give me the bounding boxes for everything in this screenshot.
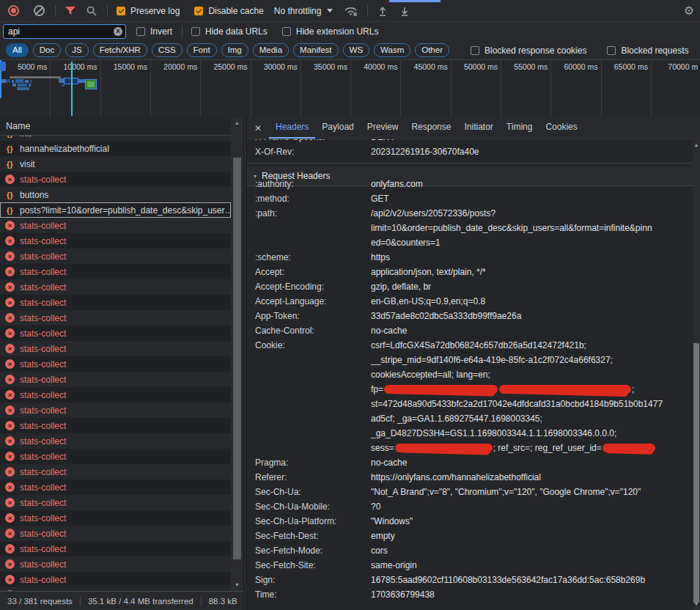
blocked-response-cookies-checkbox[interactable]: Blocked response cookies	[471, 45, 586, 56]
filter-chip-css[interactable]: CSS	[152, 43, 183, 57]
request-row[interactable]: ×stats-collect	[0, 310, 231, 326]
settings-gear-icon[interactable]: ⚙	[684, 5, 694, 17]
tab-cookies[interactable]: Cookies	[539, 117, 583, 139]
request-name: stats-collect	[20, 236, 66, 246]
scroll-down-icon[interactable]: ▼	[693, 600, 700, 609]
filter-chip-img[interactable]: Img	[221, 43, 248, 57]
detail-scrollbar[interactable]: ▲ ▼	[693, 139, 700, 610]
request-row[interactable]: ×stats-collect	[0, 264, 231, 279]
request-row[interactable]: ×stats-collect	[0, 341, 231, 356]
filter-chip-manifest[interactable]: Manifest	[293, 43, 338, 57]
filter-chip-doc[interactable]: Doc	[33, 43, 61, 57]
hide-extension-urls-checkbox[interactable]: Hide extension URLs	[282, 26, 379, 37]
filter-chip-js[interactable]: JS	[65, 43, 88, 57]
filter-chip-other[interactable]: Other	[415, 43, 449, 57]
request-row[interactable]: {}init	[0, 136, 231, 141]
hide-extension-urls-label: Hide extension URLs	[296, 26, 379, 37]
request-row[interactable]: ×stats-collect	[0, 526, 231, 541]
request-row[interactable]: {}buttons	[0, 187, 231, 202]
overview-gridline	[100, 60, 101, 117]
blocked-requests-checkbox[interactable]: Blocked requests	[607, 45, 688, 56]
tab-preview[interactable]: Preview	[361, 117, 405, 139]
waterfall-bar	[10, 76, 61, 78]
request-row[interactable]: ×stats-collect	[0, 479, 231, 495]
disable-cache-checkbox[interactable]: Disable cache	[194, 6, 263, 16]
request-row[interactable]: ×stats-collect	[0, 433, 231, 449]
filter-chip-media[interactable]: Media	[253, 43, 289, 57]
json-braces-icon: {}	[5, 160, 15, 169]
requests-scrollbar[interactable]: ▲ ▼	[231, 117, 243, 591]
scroll-down-icon[interactable]: ▼	[231, 581, 243, 589]
header-value-line: sess=; ref_src=; reg_ref_user_id=	[371, 441, 693, 455]
overview-gridline	[451, 60, 452, 117]
scrollbar-thumb[interactable]	[233, 158, 241, 559]
preserve-log-checkbox[interactable]: Preserve log	[117, 6, 180, 16]
request-row[interactable]: ×stats-collect	[0, 495, 231, 510]
error-icon: ×	[5, 375, 15, 384]
import-har-icon[interactable]	[377, 6, 388, 16]
filter-icon[interactable]	[65, 7, 75, 15]
request-row[interactable]: ×stats-collect	[0, 464, 231, 479]
request-row[interactable]: ×stats-collect	[0, 449, 231, 464]
request-row[interactable]: ×stats-collect	[0, 556, 231, 572]
error-icon: ×	[5, 513, 15, 523]
request-row[interactable]: ×stats-collect	[0, 387, 231, 403]
export-har-icon[interactable]	[399, 6, 410, 16]
filter-chip-all[interactable]: All	[6, 43, 29, 57]
request-row[interactable]: ×stats-collect	[0, 541, 231, 556]
request-row[interactable]: ×stats-collect	[0, 295, 231, 310]
search-icon[interactable]	[86, 6, 97, 16]
filter-chip-fetch-xhr[interactable]: Fetch/XHR	[93, 43, 147, 57]
request-row[interactable]: ×stats-collect	[0, 172, 231, 187]
error-icon: ×	[5, 251, 15, 261]
overview-gridline	[301, 60, 301, 117]
filter-input[interactable]: api ×	[3, 24, 126, 39]
request-row[interactable]: {}posts?limit=10&order=publish_date_desc…	[0, 202, 231, 218]
request-name: stats-collect	[20, 390, 66, 400]
header-value-line: _ga_D4827DS3H4=GS1.1.1698003344.1.1.1698…	[371, 426, 693, 441]
request-row[interactable]: {}visit	[0, 156, 231, 172]
clear-filter-icon[interactable]: ×	[114, 27, 122, 36]
request-row[interactable]: ×stats-collect	[0, 572, 231, 587]
tab-payload[interactable]: Payload	[315, 117, 360, 139]
detail-tabs-bar: ✕ HeadersPayloadPreviewResponseInitiator…	[247, 117, 700, 139]
timeline-overview[interactable]: 5000 ms10000 ms15000 ms20000 ms25000 ms3…	[0, 60, 700, 118]
hide-data-urls-checkbox[interactable]: Hide data URLs	[191, 26, 268, 37]
request-name: init	[20, 136, 31, 139]
filter-chip-ws[interactable]: WS	[343, 43, 370, 57]
request-row[interactable]: ×stats-collect	[0, 249, 231, 264]
invert-checkbox[interactable]: Invert	[136, 26, 172, 37]
request-row[interactable]: ×stats-collect	[0, 510, 231, 526]
request-row[interactable]: {}hannahelizabethofficial	[0, 141, 231, 156]
scroll-up-icon[interactable]: ▲	[231, 119, 243, 128]
tab-response[interactable]: Response	[405, 117, 457, 139]
request-row[interactable]: ×stats-collect	[0, 372, 231, 387]
throttling-select[interactable]: No throttling	[274, 6, 334, 16]
tab-initiator[interactable]: Initiator	[457, 117, 499, 139]
request-row[interactable]: ×stats-collect	[0, 403, 231, 418]
network-conditions-icon[interactable]	[344, 5, 358, 17]
request-row[interactable]: ×stats-collect	[0, 218, 231, 233]
request-row[interactable]: ×stats-collect	[0, 233, 231, 249]
request-detail-panel: ✕ HeadersPayloadPreviewResponseInitiator…	[247, 117, 700, 610]
request-row[interactable]: ×stats-collect	[0, 326, 231, 341]
preserve-log-label: Preserve log	[130, 6, 180, 16]
header-name: Time:	[247, 587, 371, 602]
scroll-up-icon[interactable]: ▲	[693, 141, 700, 150]
request-row[interactable]: ×stats-collect	[0, 356, 231, 372]
record-button[interactable]	[8, 5, 19, 16]
tab-timing[interactable]: Timing	[500, 117, 539, 139]
request-row[interactable]: ×stats-collect	[0, 418, 231, 433]
close-icon[interactable]: ✕	[247, 123, 269, 133]
name-column-header[interactable]: Name	[0, 117, 243, 136]
filter-chip-wasm[interactable]: Wasm	[374, 43, 410, 57]
scrollbar-thumb[interactable]	[693, 343, 699, 603]
header-value: ?0	[371, 499, 693, 514]
filter-chip-font[interactable]: Font	[187, 43, 217, 57]
request-row[interactable]: ×stats-collect	[0, 279, 231, 295]
toolbar-divider	[107, 5, 108, 17]
header-row: App-Token:33d57ade8c02dbc5a333db99ff9ae2…	[247, 309, 693, 323]
clear-network-log-button[interactable]	[34, 5, 45, 16]
tab-headers[interactable]: Headers	[269, 117, 315, 139]
header-name: Sec-Fetch-Dest:	[247, 529, 371, 543]
